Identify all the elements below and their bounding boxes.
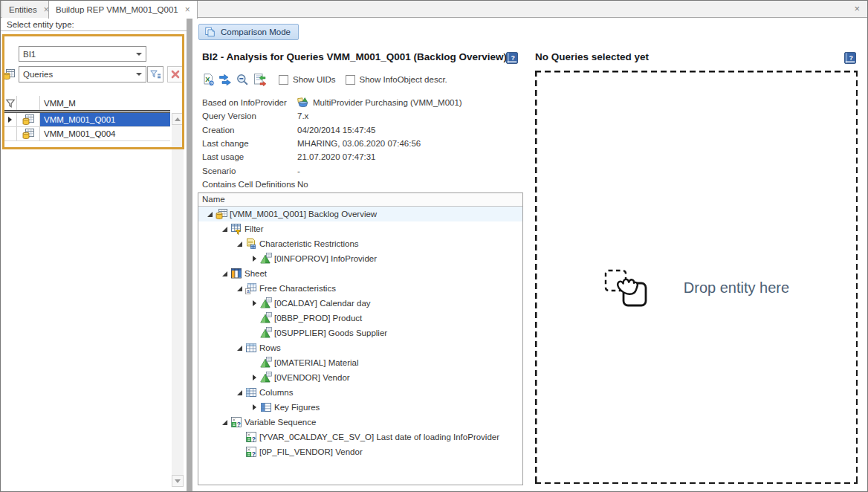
variable-icon: ? — [245, 431, 257, 443]
property-row: Based on InfoProviderMultiProvider Purch… — [202, 96, 462, 109]
help-icon[interactable]: ? — [506, 51, 518, 63]
zoom-out-icon[interactable] — [235, 72, 250, 87]
tree-row[interactable]: ?[0P_FIL_VENDOR] Vendor — [198, 444, 522, 459]
property-value: 21.07.2020 07:47:31 — [297, 152, 376, 161]
expander-spacer — [249, 357, 259, 368]
entity-type-dropdown[interactable]: Queries — [19, 66, 146, 82]
expander-open-icon[interactable] — [219, 268, 230, 279]
scroll-up-button[interactable] — [172, 113, 184, 125]
checkbox-label: Show InfoObject descr. — [360, 75, 447, 84]
tree-label: Columns — [259, 388, 293, 397]
property-label: Query Version — [202, 111, 297, 120]
expander-open-icon[interactable] — [234, 343, 244, 353]
property-label: Last change — [202, 139, 297, 148]
svg-text:?: ? — [849, 54, 853, 62]
tree-label: [VMM_M001_Q001] Backlog Overview — [230, 210, 377, 219]
tree-label: [0VENDOR] Vendor — [274, 373, 350, 382]
tree-row[interactable]: [0BBP_PROD] Product — [198, 311, 522, 326]
property-label: Based on InfoProvider — [202, 98, 297, 107]
expander-open-icon[interactable] — [234, 283, 244, 294]
scroll-down-button[interactable] — [172, 475, 184, 487]
expander-closed-icon[interactable] — [249, 253, 259, 264]
system-dropdown[interactable]: BI1 — [19, 46, 146, 62]
property-value: MultiProvider Purchasing (VMM_M001) — [297, 97, 462, 109]
checkbox-icon[interactable] — [346, 75, 355, 85]
expander-closed-icon[interactable] — [249, 372, 259, 383]
tab-buildup-rep[interactable]: Buildup REP VMM_M001_Q001 × — [48, 1, 198, 19]
transfer-arrows-icon[interactable] — [218, 72, 233, 87]
property-row: Query Version7.x — [202, 109, 462, 123]
clear-filter-button[interactable] — [167, 66, 183, 82]
comparison-mode-button[interactable]: Comparison Mode — [198, 24, 299, 40]
name-filter-value[interactable]: VMM_M — [40, 96, 170, 110]
infoobject-icon — [260, 253, 272, 265]
tree-row[interactable]: Filter — [198, 221, 522, 236]
property-row: Contains Cell DefinitionsNo — [202, 178, 462, 191]
tree-row[interactable]: [0INFOPROV] InfoProvider — [198, 251, 522, 266]
tree-row[interactable]: [0CALDAY] Calendar day — [198, 296, 522, 311]
expander-open-icon[interactable] — [204, 209, 215, 219]
analysis-title: BI2 - Analysis for Queries VMM_M001_Q001… — [202, 51, 507, 62]
show-uids-checkbox[interactable]: Show UIDs — [279, 75, 336, 85]
tree-row[interactable]: [0VENDOR] Vendor — [198, 370, 522, 385]
tree-row[interactable]: Rows — [198, 340, 522, 355]
expander-closed-icon[interactable] — [249, 402, 259, 412]
tree-row[interactable]: [0MATERIAL] Material — [198, 355, 522, 370]
checkbox-icon[interactable] — [279, 75, 288, 85]
svg-text:?: ? — [237, 421, 241, 428]
tab-close-icon[interactable]: × — [185, 5, 190, 14]
expander-open-icon[interactable] — [219, 417, 230, 427]
query-list-row[interactable]: VMM_M001_Q001 — [4, 113, 170, 127]
clear-filter-icon — [169, 68, 181, 80]
help-icon[interactable]: ? — [844, 51, 856, 63]
tab-label: Entities — [9, 5, 37, 14]
list-scrollbar[interactable] — [172, 113, 184, 487]
tree-row[interactable]: Characteristic Restrictions — [198, 236, 522, 251]
tree-label: Sheet — [244, 269, 267, 278]
entity-drop-zone[interactable]: Drop entity here — [535, 71, 858, 484]
view-close-icon[interactable]: × — [854, 4, 860, 13]
property-label: Scenario — [202, 166, 297, 175]
tree-label: Filter — [244, 224, 264, 233]
tree-label: [YVAR_0CALDAY_CE_SV_O] Last date of load… — [259, 433, 499, 441]
tree-label: [0CALDAY] Calendar day — [274, 299, 371, 308]
tree-row[interactable]: [0SUPPLIER] Goods Supplier — [198, 326, 522, 340]
funnel-icon — [4, 97, 16, 109]
columns-layout-icon — [245, 386, 257, 398]
filter-icon-cell — [17, 96, 40, 110]
property-value: No — [297, 180, 308, 189]
copy-compare-icon[interactable] — [252, 72, 267, 87]
tab-bar: Entities × Buildup REP VMM_M001_Q001 × × — [1, 1, 867, 18]
tree-row[interactable]: ?[YVAR_0CALDAY_CE_SV_O] Last date of loa… — [198, 430, 522, 444]
expander-open-icon[interactable] — [234, 387, 244, 398]
tree-label: Variable Sequence — [244, 418, 316, 427]
filter-button[interactable] — [147, 66, 163, 82]
show-infoobject-descr-checkbox[interactable]: Show InfoObject descr. — [346, 75, 447, 85]
checkbox-label: Show UIDs — [293, 75, 336, 84]
infoobject-icon — [260, 312, 272, 324]
excel-export-icon[interactable]: X — [201, 72, 216, 87]
system-dropdown-value: BI1 — [23, 50, 36, 59]
tree-label: [0MATERIAL] Material — [274, 358, 359, 367]
query-list-row[interactable]: VMM_M001_Q004 — [4, 127, 170, 141]
property-label: Contains Cell Definitions — [202, 180, 297, 189]
tree-row[interactable]: Key Figures — [198, 400, 522, 415]
app-window: Entities × Buildup REP VMM_M001_Q001 × ×… — [0, 0, 868, 492]
query-list: VMM_M VMM_M001_Q001 VMM_M001_Q004 — [4, 96, 170, 141]
expander-spacer — [234, 432, 244, 442]
expander-open-icon[interactable] — [219, 224, 230, 234]
rows-layout-icon — [245, 342, 257, 354]
tree-row[interactable]: aFree Characteristics — [198, 281, 522, 296]
tree-row[interactable]: ?Variable Sequence — [198, 415, 522, 430]
tree-row[interactable]: Sheet — [198, 266, 522, 281]
tree-row[interactable]: [VMM_M001_Q001] Backlog Overview — [198, 207, 522, 221]
panel-splitter[interactable] — [187, 19, 192, 491]
tree-row[interactable]: Columns — [198, 385, 522, 400]
tree-label: [0P_FIL_VENDOR] Vendor — [259, 447, 363, 456]
entity-sidebar: Select entity type: BI1 Queries VMM_M — [1, 19, 187, 491]
query-list-filter-row[interactable]: VMM_M — [4, 96, 170, 110]
key-figures-icon — [260, 401, 272, 413]
expander-open-icon[interactable] — [234, 239, 244, 249]
expander-spacer — [234, 447, 244, 457]
expander-closed-icon[interactable] — [249, 298, 259, 308]
